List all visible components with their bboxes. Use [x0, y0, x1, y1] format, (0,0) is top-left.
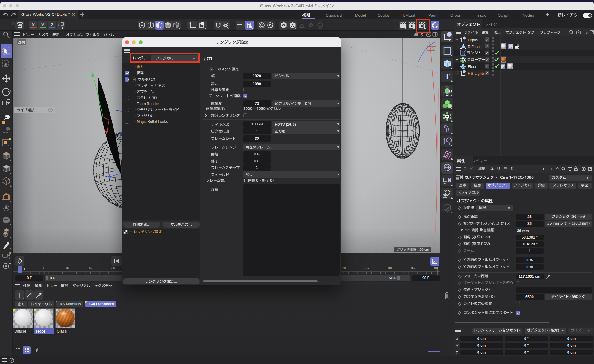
svg-text:ST: ST — [443, 169, 446, 172]
svg-text:ST: ST — [443, 182, 446, 185]
svg-text:T: T — [445, 72, 450, 81]
svg-text:X: X — [32, 22, 35, 27]
svg-text:Y: Y — [41, 22, 44, 27]
svg-text:A: A — [291, 23, 294, 28]
svg-text:ST: ST — [443, 195, 446, 198]
svg-text:Z: Z — [50, 22, 53, 27]
